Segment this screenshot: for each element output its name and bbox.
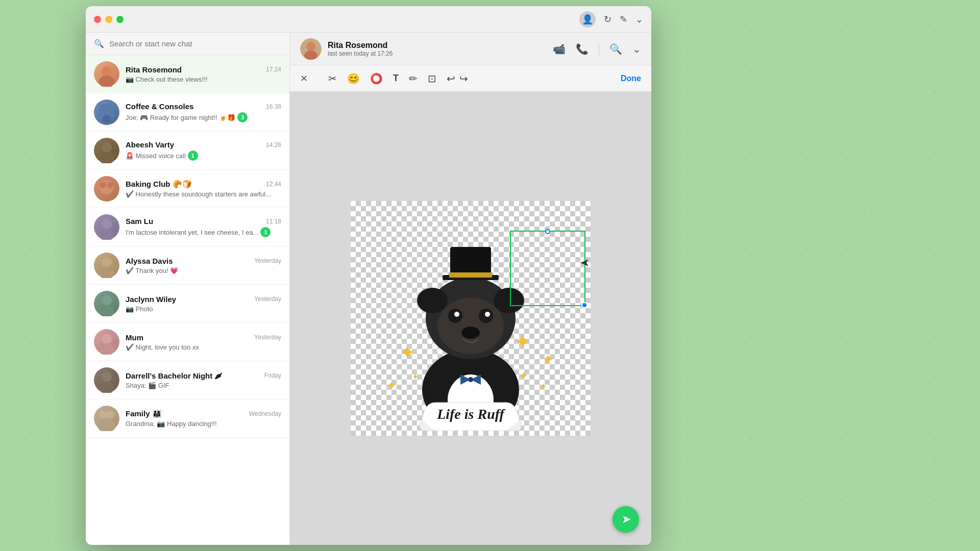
avatar: [94, 99, 119, 125]
list-item[interactable]: Family 👨‍👩‍👧 Wednesday Grandma: 📷 Happy …: [86, 399, 289, 438]
svg-point-3: [103, 115, 111, 123]
close-button[interactable]: [94, 16, 101, 23]
svg-point-11: [102, 257, 112, 267]
avatar: [94, 214, 119, 240]
chat-name: Abeesh Varty: [126, 140, 174, 149]
chat-time: 16:38: [266, 103, 281, 110]
chat-time: 14:26: [266, 141, 281, 148]
svg-point-31: [494, 288, 524, 313]
chat-preview: 📷 Photo: [126, 305, 281, 313]
pencil-tool[interactable]: ✏: [409, 72, 418, 85]
chat-name: Darrell's Bachelor Night 🌶: [126, 371, 222, 380]
chat-header-status: last seen today at 17:26: [328, 50, 547, 57]
chat-name: Coffee & Consoles: [126, 102, 193, 111]
scissors-tool[interactable]: ✂: [328, 72, 337, 85]
list-item[interactable]: Sam Lu 11:18 I'm lactose intolerant yet,…: [86, 208, 289, 246]
video-call-icon[interactable]: 📹: [553, 43, 566, 55]
svg-point-13: [102, 295, 112, 306]
svg-point-22: [306, 42, 315, 51]
chat-name: Rita Rosemond: [126, 65, 182, 74]
minimize-button[interactable]: [105, 16, 112, 23]
editor-close-button[interactable]: ✕: [300, 73, 308, 84]
send-button[interactable]: ➤: [612, 506, 639, 533]
search-icon: 🔍: [94, 39, 104, 48]
chat-list: Rita Rosemond 17:24 📷 Check out these vi…: [86, 55, 289, 545]
chat-info: Mum Yesterday ✔️ Night, love you too xx: [126, 333, 281, 351]
avatar: [94, 329, 119, 355]
list-item[interactable]: Coffee & Consoles 16:38 Joe: 🎮 Ready for…: [86, 93, 289, 132]
search-chat-icon[interactable]: 🔍: [609, 43, 622, 55]
sticker-container: ✦ ✦ ✦ ✦ ✦ ✦ ✦: [351, 201, 591, 436]
unread-badge: 1: [188, 151, 198, 161]
chevron-down-icon[interactable]: ⌄: [635, 14, 643, 25]
chat-info: Jaclynn Wiley Yesterday 📷 Photo: [126, 295, 281, 313]
redo-button[interactable]: ↪: [459, 72, 468, 85]
chat-preview: 🚨 Missed voice call 1: [126, 151, 281, 161]
chat-header: Rita Rosemond last seen today at 17:26 📹…: [290, 33, 651, 65]
svg-point-1: [99, 76, 114, 87]
user-avatar[interactable]: 👤: [579, 11, 596, 28]
svg-point-0: [102, 66, 112, 77]
list-item[interactable]: Mum Yesterday ✔️ Night, love you too xx: [86, 323, 289, 361]
svg-point-10: [99, 229, 114, 240]
svg-point-37: [461, 327, 480, 339]
list-item[interactable]: Darrell's Bachelor Night 🌶 Friday Shaya:…: [86, 361, 289, 399]
svg-text:✦: ✦: [519, 369, 528, 382]
avatar: [94, 253, 119, 278]
svg-point-17: [102, 372, 112, 382]
list-item[interactable]: Baking Club 🥐🍞 12:44 ✔️ Honestly these s…: [86, 170, 289, 208]
list-item[interactable]: Abeesh Varty 14:26 🚨 Missed voice call 1: [86, 132, 289, 170]
svg-point-32: [437, 298, 504, 354]
chat-info: Darrell's Bachelor Night 🌶 Friday Shaya:…: [126, 371, 281, 389]
undo-button[interactable]: ↩: [447, 72, 455, 85]
svg-rect-39: [450, 247, 491, 277]
list-item[interactable]: Jaclynn Wiley Yesterday 📷 Photo: [86, 285, 289, 323]
chat-time: Wednesday: [249, 410, 281, 417]
svg-point-14: [99, 305, 114, 316]
send-icon: ➤: [622, 513, 631, 526]
list-item[interactable]: Rita Rosemond 17:24 📷 Check out these vi…: [86, 55, 289, 93]
compose-icon[interactable]: ✎: [620, 14, 627, 25]
done-button[interactable]: Done: [621, 74, 641, 83]
undo-redo: ↩ ↪: [447, 72, 468, 85]
chat-name: Mum: [126, 333, 143, 342]
svg-point-12: [99, 267, 114, 278]
svg-point-8: [107, 182, 113, 188]
svg-point-18: [99, 382, 114, 393]
maximize-button[interactable]: [116, 16, 124, 23]
svg-text:✦: ✦: [542, 352, 554, 367]
chat-area: Rita Rosemond last seen today at 17:26 📹…: [290, 33, 651, 545]
phone-icon[interactable]: 📞: [576, 43, 589, 55]
svg-text:✦: ✦: [386, 379, 397, 392]
avatar: [94, 176, 119, 202]
crop-tool[interactable]: ⊡: [428, 72, 436, 85]
svg-point-20: [106, 411, 114, 419]
chat-header-actions: 📹 📞 🔍 ⌄: [553, 43, 641, 55]
editor-toolbar: ✕ ✂ 😊 ⭕ T ✏ ⊡ ↩ ↪ Done: [290, 65, 651, 92]
chat-preview: ✔️ Honestly these sourdough starters are…: [126, 190, 281, 198]
chat-info: Rita Rosemond 17:24 📷 Check out these vi…: [126, 65, 281, 83]
svg-point-35: [454, 312, 459, 317]
refresh-icon[interactable]: ↻: [604, 14, 611, 25]
emoji-tool[interactable]: 😊: [347, 72, 360, 85]
list-item[interactable]: Alyssa Davis Yesterday ✔️ Thank you! 💗: [86, 246, 289, 285]
svg-text:✦: ✦: [412, 372, 419, 381]
sidebar: 🔍 Rita Rosemond 17:24 📷 Check out th: [86, 33, 290, 545]
main-content: 🔍 Rita Rosemond 17:24 📷 Check out th: [86, 33, 651, 545]
editor-tools: ✂ 😊 ⭕ T ✏ ⊡ ↩ ↪: [328, 72, 468, 85]
chat-preview: Joe: 🎮 Ready for game night!! 🍺🎁 3: [126, 112, 281, 122]
svg-point-23: [304, 51, 317, 60]
text-tool[interactable]: T: [393, 73, 399, 84]
svg-point-4: [102, 142, 112, 153]
svg-text:✦: ✦: [399, 342, 415, 363]
svg-point-19: [99, 411, 107, 419]
search-bar: 🔍: [86, 33, 289, 55]
svg-rect-40: [449, 272, 492, 278]
chat-info: Sam Lu 11:18 I'm lactose intolerant yet,…: [126, 217, 281, 237]
more-options-icon[interactable]: ⌄: [632, 43, 641, 55]
search-input[interactable]: [109, 39, 281, 48]
svg-point-9: [102, 219, 112, 229]
lasso-tool[interactable]: ⭕: [370, 72, 383, 85]
user-icon: 👤: [582, 14, 593, 25]
title-bar: 👤 ↻ ✎ ⌄: [86, 6, 651, 33]
